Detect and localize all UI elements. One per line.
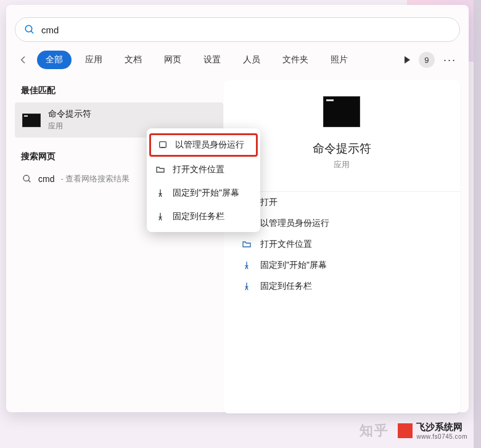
search-icon — [24, 24, 35, 35]
ctx-open-location[interactable]: 打开文件位置 — [147, 158, 260, 181]
action-label: 打开 — [260, 197, 278, 208]
filter-row: 全部 应用 文档 网页 设置 人员 文件夹 照片 9 ··· — [15, 51, 460, 69]
result-title: 命令提示符 — [48, 109, 91, 120]
action-pin-taskbar[interactable]: 固定到任务栏 — [223, 276, 460, 297]
action-pin-start[interactable]: 固定到"开始"屏幕 — [223, 255, 460, 276]
preview-title: 命令提示符 — [313, 141, 371, 157]
pin-icon — [242, 260, 252, 270]
ctx-label: 打开文件位置 — [173, 164, 224, 175]
search-panel: cmd 全部 应用 文档 网页 设置 人员 文件夹 照片 9 ··· 最佳匹配 … — [6, 5, 469, 412]
ctx-label: 固定到"开始"屏幕 — [173, 188, 239, 199]
action-label: 打开文件位置 — [260, 239, 312, 250]
filter-folders[interactable]: 文件夹 — [274, 51, 317, 69]
action-open-location[interactable]: 打开文件位置 — [223, 234, 460, 255]
action-label: 固定到任务栏 — [260, 281, 312, 292]
filter-all[interactable]: 全部 — [37, 51, 72, 69]
svg-point-0 — [25, 25, 32, 32]
context-menu: 以管理员身份运行 打开文件位置 固定到"开始"屏幕 固定到任务栏 — [147, 128, 260, 232]
scrollbar-track[interactable] — [474, 0, 481, 448]
site-url: www.fs0745.com — [416, 433, 467, 440]
search-bar[interactable]: cmd — [15, 17, 460, 42]
svg-rect-5 — [160, 142, 166, 147]
action-label: 固定到"开始"屏幕 — [260, 260, 327, 271]
pin-icon — [155, 188, 165, 198]
svg-point-2 — [23, 175, 29, 181]
filter-docs[interactable]: 文档 — [116, 51, 150, 69]
folder-icon — [155, 165, 165, 175]
site-logo: 飞沙系统网 www.fs0745.com — [398, 421, 467, 440]
play-icon[interactable] — [405, 56, 410, 64]
zhihu-watermark: 知乎 — [360, 421, 389, 440]
pin-icon — [155, 212, 165, 222]
svg-line-3 — [28, 180, 30, 182]
filter-settings[interactable]: 设置 — [195, 51, 229, 69]
back-icon[interactable] — [15, 51, 32, 68]
terminal-icon — [22, 114, 41, 127]
folder-icon — [242, 239, 252, 249]
filter-photos[interactable]: 照片 — [322, 51, 356, 69]
ctx-label: 固定到任务栏 — [173, 211, 224, 222]
search-icon — [22, 174, 32, 184]
ctx-pin-start[interactable]: 固定到"开始"屏幕 — [147, 181, 260, 205]
action-label: 以管理员身份运行 — [260, 218, 329, 229]
filter-people[interactable]: 人员 — [234, 51, 269, 69]
preview-subtitle: 应用 — [334, 159, 350, 170]
result-subtitle: 应用 — [48, 121, 91, 131]
ctx-pin-taskbar[interactable]: 固定到任务栏 — [147, 205, 260, 228]
site-name: 飞沙系统网 — [416, 421, 467, 433]
more-icon[interactable]: ··· — [443, 54, 456, 67]
web-query: cmd — [38, 174, 54, 184]
shield-icon — [158, 140, 168, 150]
filter-apps[interactable]: 应用 — [76, 51, 111, 69]
filter-web[interactable]: 网页 — [155, 51, 190, 69]
web-hint: - 查看网络搜索结果 — [60, 173, 130, 185]
ctx-run-admin[interactable]: 以管理员身份运行 — [149, 133, 258, 157]
best-match-label: 最佳匹配 — [21, 85, 223, 96]
terminal-icon — [323, 96, 360, 127]
logo-icon — [398, 423, 413, 438]
count-badge[interactable]: 9 — [419, 52, 435, 68]
pin-icon — [242, 281, 252, 291]
search-input[interactable]: cmd — [41, 25, 59, 35]
ctx-label: 以管理员身份运行 — [175, 139, 244, 151]
svg-line-1 — [31, 31, 33, 33]
watermark-bar: 知乎 飞沙系统网 www.fs0745.com — [0, 413, 481, 448]
